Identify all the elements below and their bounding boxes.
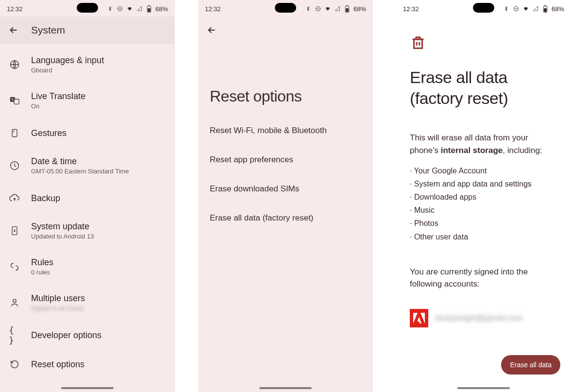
svg-rect-6	[14, 99, 19, 104]
translate-icon: G	[9, 95, 20, 106]
status-time: 12:32	[205, 5, 221, 13]
row-developer-options[interactable]: { } Developer options	[0, 321, 175, 350]
option-erase-all-data[interactable]: Erase all data (factory reset)	[198, 204, 373, 233]
svg-rect-20	[414, 39, 422, 48]
globe-icon	[9, 59, 20, 70]
status-battery: 68%	[552, 5, 564, 13]
back-button[interactable]	[8, 24, 19, 36]
status-time: 12:32	[403, 5, 419, 13]
row-date-time[interactable]: Date & timeGMT-05:00 Eastern Standard Ti…	[0, 148, 175, 184]
bullet-item: · Downloaded apps	[410, 190, 557, 204]
gesture-nav-bar[interactable]	[61, 387, 114, 389]
row-live-translate[interactable]: G Live TranslateOn	[0, 83, 175, 119]
wifi-icon	[324, 5, 331, 12]
notch	[275, 3, 296, 13]
cloud-upload-icon	[9, 192, 20, 204]
back-button[interactable]	[206, 24, 218, 36]
bluetooth-icon	[305, 5, 312, 12]
arrow-left-icon	[8, 25, 19, 35]
gestures-icon	[9, 127, 20, 139]
battery-icon	[146, 5, 152, 12]
svg-rect-18	[544, 8, 546, 12]
bullet-item: · System and app data and settings	[410, 177, 557, 190]
arrow-left-icon	[206, 25, 217, 35]
battery-icon	[344, 5, 351, 12]
svg-rect-8	[12, 130, 17, 137]
battery-icon	[542, 5, 549, 12]
dnd-icon	[315, 5, 321, 12]
settings-list: Languages & inputGboard G Live Translate…	[0, 44, 175, 382]
dnd-icon	[513, 5, 520, 12]
signal-icon	[334, 5, 341, 12]
svg-rect-14	[346, 8, 348, 12]
bullet-item: · Your Google Account	[410, 164, 557, 177]
erase-all-data-button[interactable]: Erase all data	[501, 355, 560, 375]
page-title: System	[31, 24, 65, 36]
row-backup[interactable]: Backup	[0, 184, 175, 213]
row-languages-input[interactable]: Languages & inputGboard	[0, 47, 175, 83]
reset-icon	[9, 358, 20, 370]
bullet-item: · Music	[410, 204, 557, 217]
adobe-logo-icon	[410, 309, 428, 327]
status-time: 12:32	[7, 5, 23, 13]
gesture-nav-bar[interactable]	[457, 387, 510, 389]
dnd-icon	[117, 5, 123, 12]
screen-system-settings: 12:32 68% System Languages & inputGboard…	[0, 0, 175, 392]
braces-icon: { }	[9, 329, 20, 341]
status-battery: 68%	[155, 5, 168, 13]
rules-icon	[9, 261, 20, 273]
page-title: Reset options	[198, 44, 373, 116]
svg-rect-3	[148, 5, 150, 6]
row-reset-options[interactable]: Reset options	[0, 350, 175, 379]
option-reset-network[interactable]: Reset Wi-Fi, mobile & Bluetooth	[198, 116, 373, 145]
bullet-item: · Other user data	[410, 230, 557, 243]
page-title: Erase all data (factory reset)	[410, 67, 557, 108]
header-bar: System	[0, 17, 175, 44]
bluetooth-icon	[107, 5, 114, 12]
row-gestures[interactable]: Gestures	[0, 119, 175, 148]
account-email: dustywright@gmail.com	[435, 313, 523, 323]
wifi-icon	[126, 5, 133, 12]
bullet-item: · Photos	[410, 217, 557, 230]
account-row[interactable]: dustywright@gmail.com	[410, 309, 557, 327]
svg-point-11	[13, 299, 16, 302]
row-multiple-users[interactable]: Multiple usersSigned in as Dusty	[0, 285, 175, 321]
erase-bullets: · Your Google Account · System and app d…	[410, 164, 557, 243]
clock-icon	[9, 160, 20, 171]
screen-erase-all-data: 12:32 68% Erase all data (factory reset)…	[396, 0, 571, 392]
trash-icon	[410, 34, 557, 53]
svg-rect-15	[346, 5, 348, 6]
notch	[77, 3, 98, 13]
signal-icon	[136, 5, 143, 12]
system-update-icon	[9, 225, 20, 237]
svg-rect-19	[544, 5, 546, 6]
gesture-nav-bar[interactable]	[259, 387, 312, 389]
status-battery: 68%	[353, 5, 366, 13]
svg-rect-2	[148, 8, 150, 12]
row-rules[interactable]: Rules0 rules	[0, 249, 175, 285]
notch	[473, 3, 494, 13]
option-erase-sims[interactable]: Erase downloaded SIMs	[198, 174, 373, 204]
header-bar	[198, 17, 373, 44]
person-icon	[9, 297, 20, 308]
svg-text:G: G	[12, 98, 14, 101]
row-system-update[interactable]: System updateUpdated to Android 13	[0, 213, 175, 249]
wifi-icon	[522, 5, 529, 12]
signed-in-text: You are currently signed into the follow…	[410, 266, 557, 290]
bluetooth-icon	[503, 5, 510, 12]
erase-description: This will erase all data from your phone…	[410, 132, 557, 157]
signal-icon	[532, 5, 539, 12]
screen-reset-options: 12:32 68% Reset options Reset Wi-Fi, mob…	[198, 0, 373, 392]
option-reset-app-prefs[interactable]: Reset app preferences	[198, 145, 373, 174]
